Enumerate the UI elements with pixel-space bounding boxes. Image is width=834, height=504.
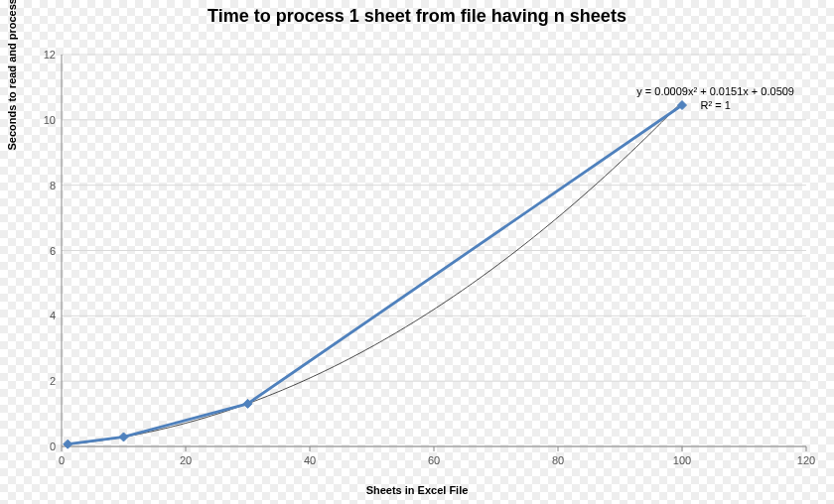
data-series-line: [68, 105, 682, 444]
x-tick-label: 0: [59, 454, 65, 466]
y-tick-label: 10: [44, 114, 56, 126]
y-tick-label: 12: [44, 49, 56, 61]
y-tick-label: 2: [50, 375, 56, 387]
chart-svg: 024681012020406080100120: [0, 0, 834, 504]
trendline: [68, 101, 682, 443]
x-tick-label: 60: [428, 454, 440, 466]
y-tick-label: 8: [50, 180, 56, 191]
x-tick-label: 40: [304, 454, 316, 466]
y-tick-label: 4: [50, 310, 56, 321]
x-tick-label: 100: [673, 454, 691, 466]
x-tick-label: 20: [180, 454, 192, 466]
y-tick-label: 6: [50, 245, 56, 257]
x-tick-label: 80: [552, 454, 564, 466]
x-tick-label: 120: [797, 454, 815, 466]
data-point-marker: [64, 440, 72, 448]
data-point-marker: [119, 433, 128, 441]
y-tick-label: 0: [50, 441, 56, 452]
